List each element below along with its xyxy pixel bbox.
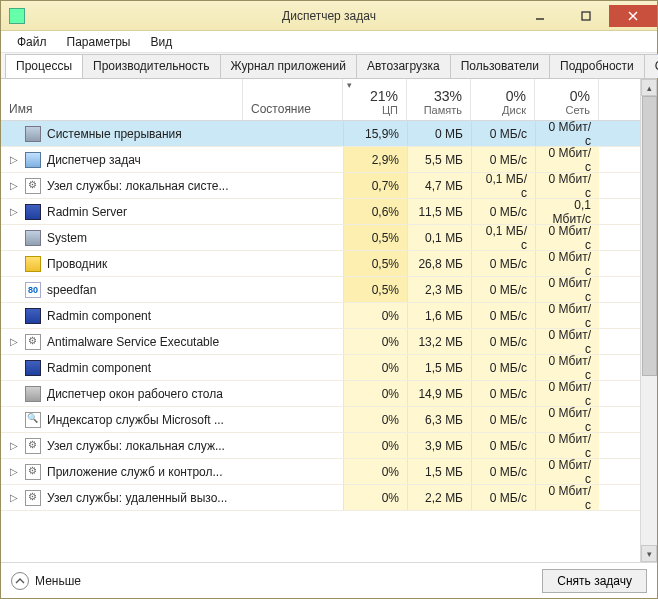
tab-5[interactable]: Подробности [549, 54, 645, 78]
minimize-button[interactable] [517, 5, 563, 27]
process-state [243, 329, 343, 354]
table-row[interactable]: Диспетчер окон рабочего стола0%14,9 МБ0 … [1, 381, 640, 407]
process-icon [25, 386, 41, 402]
table-row[interactable]: Radmin component0%1,6 МБ0 МБ/с0 Мбит/с [1, 303, 640, 329]
close-button[interactable] [609, 5, 657, 27]
memory-value: 2,2 МБ [407, 485, 471, 510]
memory-value: 0,1 МБ [407, 225, 471, 250]
process-icon [25, 360, 41, 376]
table-row[interactable]: Индексатор службы Microsoft ...0%6,3 МБ0… [1, 407, 640, 433]
column-network[interactable]: 0% Сеть [535, 79, 599, 120]
memory-value: 11,5 МБ [407, 199, 471, 224]
table-row[interactable]: ▷Узел службы: локальная систе...0,7%4,7 … [1, 173, 640, 199]
memory-value: 4,7 МБ [407, 173, 471, 198]
column-state[interactable]: Состояние [243, 79, 343, 120]
process-list: Системные прерывания15,9%0 МБ0 МБ/с0 Мби… [1, 121, 640, 562]
memory-value: 5,5 МБ [407, 147, 471, 172]
process-name: Узел службы: удаленный вызо... [47, 491, 227, 505]
table-row[interactable]: Проводник0,5%26,8 МБ0 МБ/с0 Мбит/с [1, 251, 640, 277]
table-row[interactable]: ▷Узел службы: локальная служ...0%3,9 МБ0… [1, 433, 640, 459]
process-state [243, 407, 343, 432]
tab-6[interactable]: С [644, 54, 658, 78]
expander-icon[interactable]: ▷ [9, 440, 19, 451]
tab-2[interactable]: Журнал приложений [220, 54, 357, 78]
network-value: 0 Мбит/с [535, 225, 599, 250]
cpu-value: 0% [343, 407, 407, 432]
cpu-value: 0% [343, 433, 407, 458]
scroll-down-button[interactable]: ▾ [641, 545, 657, 562]
network-value: 0 Мбит/с [535, 355, 599, 380]
table-row[interactable]: ▷Приложение служб и контрол...0%1,5 МБ0 … [1, 459, 640, 485]
expander-icon[interactable]: ▷ [9, 466, 19, 477]
cpu-value: 2,9% [343, 147, 407, 172]
cpu-value: 0% [343, 355, 407, 380]
tab-0[interactable]: Процессы [5, 54, 83, 78]
menu-file[interactable]: Файл [7, 33, 57, 51]
process-state [243, 485, 343, 510]
network-value: 0 Мбит/с [535, 251, 599, 276]
menubar: Файл Параметры Вид [1, 31, 657, 53]
footer: Меньше Снять задачу [1, 562, 657, 598]
table-row[interactable]: Radmin component0%1,5 МБ0 МБ/с0 Мбит/с [1, 355, 640, 381]
cpu-value: 0% [343, 303, 407, 328]
process-name: Индексатор службы Microsoft ... [47, 413, 224, 427]
memory-value: 14,9 МБ [407, 381, 471, 406]
process-name: Radmin Server [47, 205, 127, 219]
expander-icon[interactable]: ▷ [9, 492, 19, 503]
network-value: 0 Мбит/с [535, 121, 599, 146]
memory-value: 1,6 МБ [407, 303, 471, 328]
table-row[interactable]: ▷Диспетчер задач2,9%5,5 МБ0 МБ/с0 Мбит/с [1, 147, 640, 173]
tab-3[interactable]: Автозагрузка [356, 54, 451, 78]
network-value: 0 Мбит/с [535, 459, 599, 484]
process-name: Radmin component [47, 309, 151, 323]
svg-rect-1 [582, 12, 590, 20]
menu-options[interactable]: Параметры [57, 33, 141, 51]
scroll-thumb[interactable] [642, 96, 657, 376]
table-row[interactable]: ▷Узел службы: удаленный вызо...0%2,2 МБ0… [1, 485, 640, 511]
disk-value: 0 МБ/с [471, 121, 535, 146]
vertical-scrollbar[interactable]: ▴ ▾ [640, 79, 657, 562]
expander-icon[interactable]: ▷ [9, 206, 19, 217]
disk-value: 0 МБ/с [471, 251, 535, 276]
titlebar[interactable]: Диспетчер задач [1, 1, 657, 31]
column-name[interactable]: Имя [1, 79, 243, 120]
table-row[interactable]: ▷Radmin Server0,6%11,5 МБ0 МБ/с0,1 Мбит/… [1, 199, 640, 225]
tab-4[interactable]: Пользователи [450, 54, 550, 78]
cpu-value: 0% [343, 381, 407, 406]
table-row[interactable]: 80speedfan0,5%2,3 МБ0 МБ/с0 Мбит/с [1, 277, 640, 303]
tab-1[interactable]: Производительность [82, 54, 220, 78]
expander-icon[interactable]: ▷ [9, 180, 19, 191]
memory-value: 13,2 МБ [407, 329, 471, 354]
maximize-button[interactable] [563, 5, 609, 27]
end-task-button[interactable]: Снять задачу [542, 569, 647, 593]
process-state [243, 277, 343, 302]
table-row[interactable]: ▷Antimalware Service Executable0%13,2 МБ… [1, 329, 640, 355]
process-name: Radmin component [47, 361, 151, 375]
cpu-value: 0% [343, 459, 407, 484]
network-value: 0 Мбит/с [535, 433, 599, 458]
expander-icon[interactable]: ▷ [9, 336, 19, 347]
column-memory[interactable]: 33% Память [407, 79, 471, 120]
process-name: Узел службы: локальная служ... [47, 439, 225, 453]
disk-value: 0 МБ/с [471, 199, 535, 224]
expander-icon[interactable]: ▷ [9, 154, 19, 165]
table-row[interactable]: System0,5%0,1 МБ0,1 МБ/с0 Мбит/с [1, 225, 640, 251]
scroll-up-button[interactable]: ▴ [641, 79, 657, 96]
network-value: 0 Мбит/с [535, 277, 599, 302]
column-disk[interactable]: 0% Диск [471, 79, 535, 120]
cpu-value: 0% [343, 329, 407, 354]
process-name: Проводник [47, 257, 107, 271]
fewer-details-button[interactable]: Меньше [11, 572, 81, 590]
process-icon [25, 412, 41, 428]
process-name: Диспетчер окон рабочего стола [47, 387, 223, 401]
sort-indicator-icon: ▾ [347, 80, 352, 90]
column-cpu[interactable]: ▾ 21% ЦП [343, 79, 407, 120]
network-value: 0 Мбит/с [535, 407, 599, 432]
memory-value: 2,3 МБ [407, 277, 471, 302]
menu-view[interactable]: Вид [140, 33, 182, 51]
memory-value: 26,8 МБ [407, 251, 471, 276]
table-row[interactable]: Системные прерывания15,9%0 МБ0 МБ/с0 Мби… [1, 121, 640, 147]
disk-value: 0 МБ/с [471, 147, 535, 172]
cpu-value: 0,5% [343, 251, 407, 276]
process-icon [25, 230, 41, 246]
